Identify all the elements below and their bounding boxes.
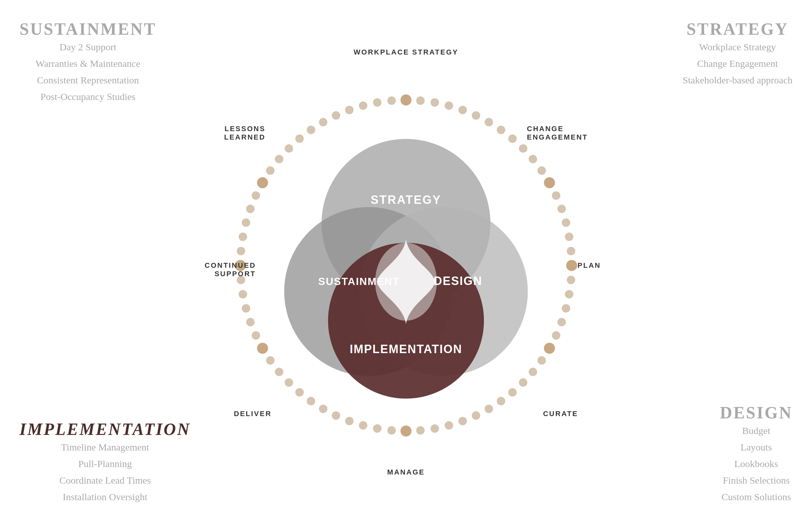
svg-text:DESIGN: DESIGN <box>434 274 482 287</box>
implementation-item-1: Timeline Management <box>19 439 191 455</box>
implementation-corner: IMPLEMENTATION Timeline Management Pull-… <box>19 420 191 505</box>
implementation-items: Timeline Management Pull-Planning Coordi… <box>19 439 191 505</box>
svg-text:IMPLEMENTATION: IMPLEMENTATION <box>350 342 463 356</box>
strategy-heading: STRATEGY <box>683 19 793 39</box>
label-curate: CURATE <box>543 410 578 418</box>
label-plan: PLAN <box>578 261 601 270</box>
strategy-corner: STRATEGY Workplace Strategy Change Engag… <box>683 19 793 88</box>
venn-diagram: STRATEGY SUSTAINMENT DESIGN IMPLEMENTATI… <box>260 119 552 412</box>
label-workplace-strategy: WORKPLACE STRATEGY <box>354 48 458 57</box>
sustainment-item-4: Post-Occupancy Studies <box>19 88 157 105</box>
sustainment-item-3: Consistent Representation <box>19 72 157 88</box>
sustainment-heading: SUSTAINMENT <box>19 19 157 39</box>
strategy-item-2: Change Engagement <box>683 55 793 72</box>
label-continued-support: CONTINUEDSUPPORT <box>205 253 256 278</box>
sustainment-item-2: Warranties & Maintenance <box>19 55 157 72</box>
design-item-4: Finish Selections <box>720 472 793 488</box>
design-corner: DESIGN Budget Layouts Lookbooks Finish S… <box>720 403 793 505</box>
strategy-items: Workplace Strategy Change Engagement Sta… <box>683 39 793 88</box>
design-items: Budget Layouts Lookbooks Finish Selectio… <box>720 422 793 505</box>
label-manage: MANAGE <box>387 468 425 476</box>
svg-text:STRATEGY: STRATEGY <box>371 193 441 206</box>
sustainment-item-1: Day 2 Support <box>19 39 157 55</box>
implementation-item-3: Coordinate Lead Times <box>19 472 191 488</box>
page-container: SUSTAINMENT Day 2 Support Warranties & M… <box>0 0 812 531</box>
strategy-item-3: Stakeholder-based approach <box>683 72 793 88</box>
implementation-item-2: Pull-Planning <box>19 455 191 472</box>
implementation-heading: IMPLEMENTATION <box>19 420 191 439</box>
design-item-5: Custom Solutions <box>720 488 793 505</box>
implementation-item-4: Installation Oversight <box>19 488 191 505</box>
svg-text:SUSTAINMENT: SUSTAINMENT <box>318 276 400 287</box>
design-heading: DESIGN <box>720 403 793 422</box>
label-change-engagement: CHANGEENGAGEMENT <box>527 116 588 142</box>
design-item-2: Layouts <box>720 439 793 455</box>
sustainment-items: Day 2 Support Warranties & Maintenance C… <box>19 39 157 105</box>
design-item-1: Budget <box>720 422 793 439</box>
sustainment-corner: SUSTAINMENT Day 2 Support Warranties & M… <box>19 19 157 105</box>
label-lessons-learned: LESSONSLEARNED <box>224 116 265 142</box>
label-deliver: DELIVER <box>234 410 272 418</box>
strategy-item-1: Workplace Strategy <box>683 39 793 55</box>
design-item-3: Lookbooks <box>720 455 793 472</box>
diagram-container: STRATEGY SUSTAINMENT DESIGN IMPLEMENTATI… <box>179 38 633 493</box>
